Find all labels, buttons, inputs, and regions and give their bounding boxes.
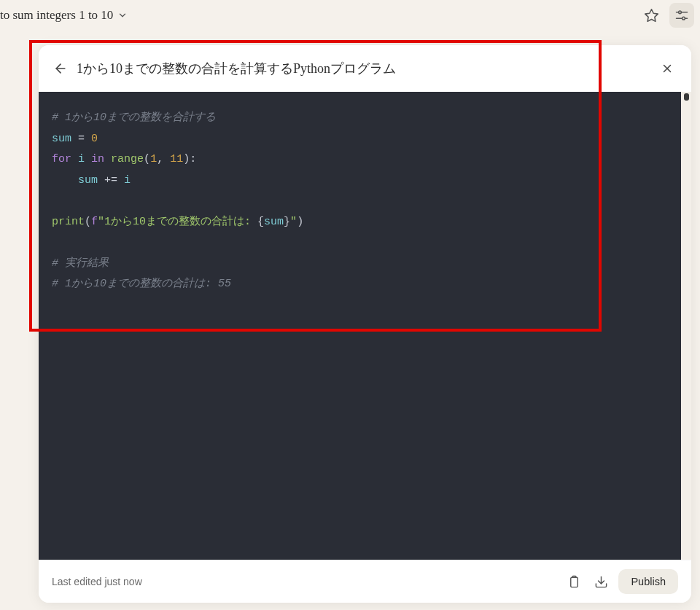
code-comment: # 1から10までの整数の合計は: 55 (52, 278, 231, 290)
copy-button[interactable] (564, 572, 584, 592)
publish-button[interactable]: Publish (618, 569, 678, 594)
close-icon (661, 62, 674, 75)
code-comment: # 実行結果 (52, 257, 109, 270)
download-button[interactable] (591, 572, 611, 592)
panel-title: 1から10までの整数の合計を計算するPythonプログラム (77, 60, 649, 77)
clipboard-icon (567, 575, 581, 589)
code-comment: # 1から10までの整数を合計する (52, 112, 216, 124)
svg-marker-0 (645, 9, 658, 21)
vertical-scrollbar[interactable] (681, 92, 691, 560)
sliders-icon (674, 8, 689, 23)
svg-rect-8 (571, 577, 578, 587)
download-icon (594, 575, 608, 589)
svg-point-2 (679, 11, 682, 14)
star-icon (644, 8, 659, 23)
artifact-panel: 1から10までの整数の合計を計算するPythonプログラム # 1から10までの… (39, 45, 691, 603)
page-title: to sum integers 1 to 10 (0, 8, 113, 23)
settings-button[interactable] (669, 3, 694, 28)
star-button[interactable] (639, 3, 664, 28)
close-button[interactable] (658, 59, 677, 78)
scrollbar-thumb[interactable] (684, 93, 689, 101)
arrow-left-icon (53, 61, 68, 76)
last-edited-status: Last edited just now (52, 576, 142, 587)
chevron-down-icon (117, 10, 128, 20)
code-editor[interactable]: # 1から10までの整数を合計する sum = 0 for i in range… (39, 92, 681, 560)
page-title-dropdown[interactable]: to sum integers 1 to 10 (0, 8, 128, 23)
back-button[interactable] (53, 61, 68, 76)
svg-point-4 (682, 17, 685, 20)
